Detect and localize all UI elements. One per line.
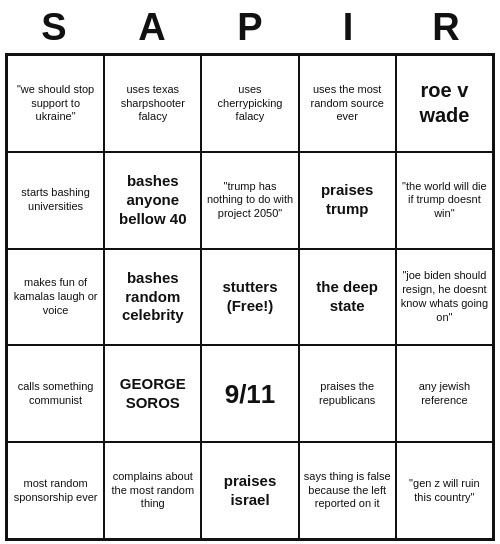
bingo-cell-20[interactable]: most random sponsorship ever bbox=[7, 442, 104, 539]
bingo-cell-5[interactable]: starts bashing universities bbox=[7, 152, 104, 249]
bingo-cell-3[interactable]: uses the most random source ever bbox=[299, 55, 396, 152]
bingo-cell-22[interactable]: praises israel bbox=[201, 442, 298, 539]
title-a: A bbox=[103, 6, 201, 49]
title-p: P bbox=[201, 6, 299, 49]
bingo-cell-14[interactable]: "joe biden should resign, he doesnt know… bbox=[396, 249, 493, 346]
bingo-cell-12[interactable]: stutters (Free!) bbox=[201, 249, 298, 346]
bingo-cell-4[interactable]: roe v wade bbox=[396, 55, 493, 152]
bingo-cell-8[interactable]: praises trump bbox=[299, 152, 396, 249]
bingo-cell-24[interactable]: "gen z will ruin this country" bbox=[396, 442, 493, 539]
bingo-grid: "we should stop support to ukraine"uses … bbox=[5, 53, 495, 541]
bingo-cell-6[interactable]: bashes anyone bellow 40 bbox=[104, 152, 201, 249]
bingo-cell-7[interactable]: "trump has nothing to do with project 20… bbox=[201, 152, 298, 249]
bingo-cell-18[interactable]: praises the republicans bbox=[299, 345, 396, 442]
bingo-cell-21[interactable]: complains about the most random thing bbox=[104, 442, 201, 539]
bingo-cell-16[interactable]: GEORGE SOROS bbox=[104, 345, 201, 442]
bingo-cell-15[interactable]: calls something communist bbox=[7, 345, 104, 442]
bingo-cell-17[interactable]: 9/11 bbox=[201, 345, 298, 442]
bingo-cell-23[interactable]: says thing is false because the left rep… bbox=[299, 442, 396, 539]
bingo-cell-11[interactable]: bashes random celebrity bbox=[104, 249, 201, 346]
bingo-cell-0[interactable]: "we should stop support to ukraine" bbox=[7, 55, 104, 152]
bingo-cell-19[interactable]: any jewish reference bbox=[396, 345, 493, 442]
bingo-cell-9[interactable]: "the world will die if trump doesnt win" bbox=[396, 152, 493, 249]
title-i: I bbox=[299, 6, 397, 49]
bingo-cell-2[interactable]: uses cherrypicking falacy bbox=[201, 55, 298, 152]
bingo-cell-13[interactable]: the deep state bbox=[299, 249, 396, 346]
bingo-cell-10[interactable]: makes fun of kamalas laugh or voice bbox=[7, 249, 104, 346]
bingo-cell-1[interactable]: uses texas sharpshooter falacy bbox=[104, 55, 201, 152]
title-r: R bbox=[397, 6, 495, 49]
bingo-title: S A P I R bbox=[5, 0, 495, 53]
title-s: S bbox=[5, 6, 103, 49]
